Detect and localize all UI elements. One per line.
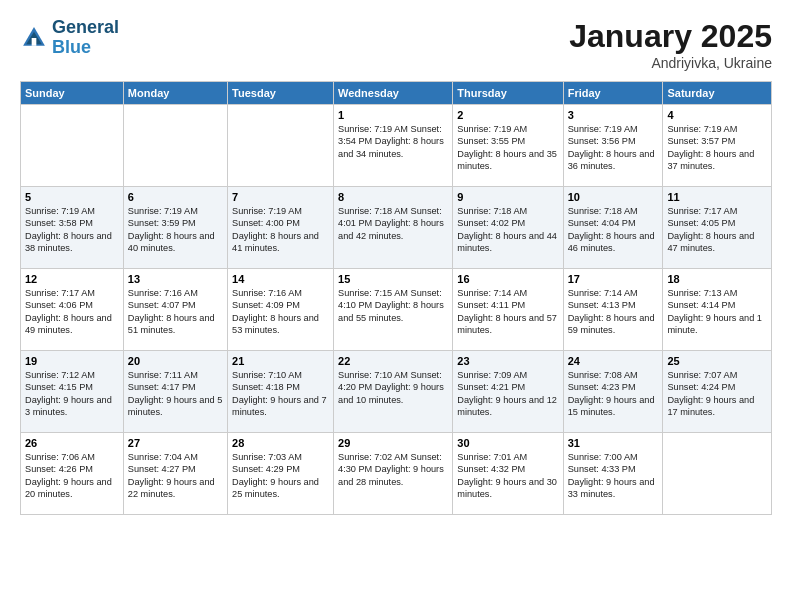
day-number: 20	[128, 355, 223, 367]
cell-w3-d2: 21Sunrise: 7:10 AM Sunset: 4:18 PM Dayli…	[228, 351, 334, 433]
week-row-1: 5Sunrise: 7:19 AM Sunset: 3:58 PM Daylig…	[21, 187, 772, 269]
cell-content: Sunrise: 7:16 AM Sunset: 4:09 PM Dayligh…	[232, 287, 329, 337]
day-number: 23	[457, 355, 558, 367]
cell-content: Sunrise: 7:13 AM Sunset: 4:14 PM Dayligh…	[667, 287, 767, 337]
cell-w3-d5: 24Sunrise: 7:08 AM Sunset: 4:23 PM Dayli…	[563, 351, 663, 433]
cell-content: Sunrise: 7:17 AM Sunset: 4:05 PM Dayligh…	[667, 205, 767, 255]
cell-w0-d1	[123, 105, 227, 187]
cell-w0-d3: 1Sunrise: 7:19 AM Sunset: 3:54 PM Daylig…	[334, 105, 453, 187]
subtitle: Andriyivka, Ukraine	[569, 55, 772, 71]
cell-w2-d5: 17Sunrise: 7:14 AM Sunset: 4:13 PM Dayli…	[563, 269, 663, 351]
day-number: 4	[667, 109, 767, 121]
day-number: 25	[667, 355, 767, 367]
day-number: 16	[457, 273, 558, 285]
cell-content: Sunrise: 7:09 AM Sunset: 4:21 PM Dayligh…	[457, 369, 558, 419]
day-number: 15	[338, 273, 448, 285]
cell-content: Sunrise: 7:19 AM Sunset: 4:00 PM Dayligh…	[232, 205, 329, 255]
header-row: Sunday Monday Tuesday Wednesday Thursday…	[21, 82, 772, 105]
cell-content: Sunrise: 7:02 AM Sunset: 4:30 PM Dayligh…	[338, 451, 448, 488]
logo: GeneralBlue	[20, 18, 119, 58]
cell-content: Sunrise: 7:15 AM Sunset: 4:10 PM Dayligh…	[338, 287, 448, 324]
col-friday: Friday	[563, 82, 663, 105]
cell-content: Sunrise: 7:06 AM Sunset: 4:26 PM Dayligh…	[25, 451, 119, 501]
day-number: 31	[568, 437, 659, 449]
logo-icon	[20, 24, 48, 52]
day-number: 2	[457, 109, 558, 121]
cell-content: Sunrise: 7:11 AM Sunset: 4:17 PM Dayligh…	[128, 369, 223, 419]
cell-w2-d3: 15Sunrise: 7:15 AM Sunset: 4:10 PM Dayli…	[334, 269, 453, 351]
col-saturday: Saturday	[663, 82, 772, 105]
cell-content: Sunrise: 7:19 AM Sunset: 3:58 PM Dayligh…	[25, 205, 119, 255]
cell-w4-d0: 26Sunrise: 7:06 AM Sunset: 4:26 PM Dayli…	[21, 433, 124, 515]
cell-w0-d0	[21, 105, 124, 187]
cell-content: Sunrise: 7:19 AM Sunset: 3:56 PM Dayligh…	[568, 123, 659, 173]
cell-content: Sunrise: 7:18 AM Sunset: 4:04 PM Dayligh…	[568, 205, 659, 255]
cell-content: Sunrise: 7:10 AM Sunset: 4:20 PM Dayligh…	[338, 369, 448, 406]
cell-w0-d2	[228, 105, 334, 187]
day-number: 26	[25, 437, 119, 449]
cell-content: Sunrise: 7:01 AM Sunset: 4:32 PM Dayligh…	[457, 451, 558, 501]
col-tuesday: Tuesday	[228, 82, 334, 105]
cell-w2-d1: 13Sunrise: 7:16 AM Sunset: 4:07 PM Dayli…	[123, 269, 227, 351]
page: GeneralBlue January 2025 Andriyivka, Ukr…	[0, 0, 792, 612]
cell-content: Sunrise: 7:07 AM Sunset: 4:24 PM Dayligh…	[667, 369, 767, 419]
calendar-body: 1Sunrise: 7:19 AM Sunset: 3:54 PM Daylig…	[21, 105, 772, 515]
day-number: 11	[667, 191, 767, 203]
title-block: January 2025 Andriyivka, Ukraine	[569, 18, 772, 71]
calendar-table: Sunday Monday Tuesday Wednesday Thursday…	[20, 81, 772, 515]
day-number: 22	[338, 355, 448, 367]
cell-w4-d5: 31Sunrise: 7:00 AM Sunset: 4:33 PM Dayli…	[563, 433, 663, 515]
cell-content: Sunrise: 7:14 AM Sunset: 4:13 PM Dayligh…	[568, 287, 659, 337]
cell-content: Sunrise: 7:16 AM Sunset: 4:07 PM Dayligh…	[128, 287, 223, 337]
day-number: 24	[568, 355, 659, 367]
cell-content: Sunrise: 7:17 AM Sunset: 4:06 PM Dayligh…	[25, 287, 119, 337]
cell-w4-d3: 29Sunrise: 7:02 AM Sunset: 4:30 PM Dayli…	[334, 433, 453, 515]
week-row-2: 12Sunrise: 7:17 AM Sunset: 4:06 PM Dayli…	[21, 269, 772, 351]
day-number: 8	[338, 191, 448, 203]
day-number: 18	[667, 273, 767, 285]
cell-content: Sunrise: 7:03 AM Sunset: 4:29 PM Dayligh…	[232, 451, 329, 501]
day-number: 3	[568, 109, 659, 121]
day-number: 21	[232, 355, 329, 367]
cell-content: Sunrise: 7:19 AM Sunset: 3:55 PM Dayligh…	[457, 123, 558, 173]
cell-content: Sunrise: 7:12 AM Sunset: 4:15 PM Dayligh…	[25, 369, 119, 419]
logo-blue: Blue	[52, 37, 91, 57]
day-number: 27	[128, 437, 223, 449]
cell-w4-d4: 30Sunrise: 7:01 AM Sunset: 4:32 PM Dayli…	[453, 433, 563, 515]
cell-w2-d6: 18Sunrise: 7:13 AM Sunset: 4:14 PM Dayli…	[663, 269, 772, 351]
cell-content: Sunrise: 7:14 AM Sunset: 4:11 PM Dayligh…	[457, 287, 558, 337]
col-sunday: Sunday	[21, 82, 124, 105]
cell-content: Sunrise: 7:19 AM Sunset: 3:54 PM Dayligh…	[338, 123, 448, 160]
cell-content: Sunrise: 7:19 AM Sunset: 3:57 PM Dayligh…	[667, 123, 767, 173]
main-title: January 2025	[569, 18, 772, 55]
cell-w1-d3: 8Sunrise: 7:18 AM Sunset: 4:01 PM Daylig…	[334, 187, 453, 269]
day-number: 29	[338, 437, 448, 449]
cell-w1-d6: 11Sunrise: 7:17 AM Sunset: 4:05 PM Dayli…	[663, 187, 772, 269]
cell-w3-d1: 20Sunrise: 7:11 AM Sunset: 4:17 PM Dayli…	[123, 351, 227, 433]
cell-content: Sunrise: 7:04 AM Sunset: 4:27 PM Dayligh…	[128, 451, 223, 501]
day-number: 12	[25, 273, 119, 285]
day-number: 28	[232, 437, 329, 449]
header: GeneralBlue January 2025 Andriyivka, Ukr…	[20, 18, 772, 71]
cell-w1-d2: 7Sunrise: 7:19 AM Sunset: 4:00 PM Daylig…	[228, 187, 334, 269]
cell-w4-d1: 27Sunrise: 7:04 AM Sunset: 4:27 PM Dayli…	[123, 433, 227, 515]
cell-w0-d5: 3Sunrise: 7:19 AM Sunset: 3:56 PM Daylig…	[563, 105, 663, 187]
cell-w3-d6: 25Sunrise: 7:07 AM Sunset: 4:24 PM Dayli…	[663, 351, 772, 433]
svg-rect-2	[32, 38, 37, 46]
week-row-3: 19Sunrise: 7:12 AM Sunset: 4:15 PM Dayli…	[21, 351, 772, 433]
cell-w2-d4: 16Sunrise: 7:14 AM Sunset: 4:11 PM Dayli…	[453, 269, 563, 351]
cell-w4-d6	[663, 433, 772, 515]
col-thursday: Thursday	[453, 82, 563, 105]
cell-w3-d3: 22Sunrise: 7:10 AM Sunset: 4:20 PM Dayli…	[334, 351, 453, 433]
cell-w3-d4: 23Sunrise: 7:09 AM Sunset: 4:21 PM Dayli…	[453, 351, 563, 433]
day-number: 17	[568, 273, 659, 285]
cell-content: Sunrise: 7:00 AM Sunset: 4:33 PM Dayligh…	[568, 451, 659, 501]
cell-content: Sunrise: 7:10 AM Sunset: 4:18 PM Dayligh…	[232, 369, 329, 419]
col-wednesday: Wednesday	[334, 82, 453, 105]
day-number: 9	[457, 191, 558, 203]
cell-w0-d4: 2Sunrise: 7:19 AM Sunset: 3:55 PM Daylig…	[453, 105, 563, 187]
cell-w4-d2: 28Sunrise: 7:03 AM Sunset: 4:29 PM Dayli…	[228, 433, 334, 515]
day-number: 30	[457, 437, 558, 449]
week-row-0: 1Sunrise: 7:19 AM Sunset: 3:54 PM Daylig…	[21, 105, 772, 187]
day-number: 7	[232, 191, 329, 203]
